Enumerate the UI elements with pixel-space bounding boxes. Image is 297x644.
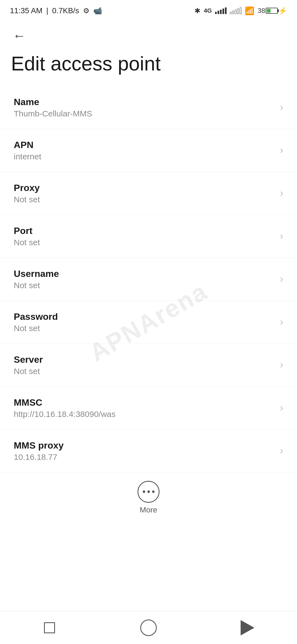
settings-item-value-7: http://10.16.18.4:38090/was xyxy=(14,410,274,419)
battery-percent: 38 xyxy=(258,7,265,15)
header: ← Edit access point xyxy=(0,19,297,86)
settings-item-content-4: Username Not set xyxy=(14,268,274,290)
settings-item-value-2: Not set xyxy=(14,195,274,204)
settings-item-value-4: Not set xyxy=(14,281,274,290)
network-speed: 0.7KB/s xyxy=(52,6,79,15)
settings-item-content-7: MMSC http://10.16.18.4:38090/was xyxy=(14,397,274,419)
chevron-icon-8: › xyxy=(280,445,283,457)
home-icon xyxy=(140,620,157,636)
chevron-icon-5: › xyxy=(280,316,283,328)
settings-item-name[interactable]: Name Thumb-Cellular-MMS › xyxy=(0,86,297,129)
settings-item-label-3: Port xyxy=(14,225,274,236)
nav-home[interactable] xyxy=(135,611,162,644)
back-button[interactable]: ← xyxy=(11,28,28,44)
settings-item-label-7: MMSC xyxy=(14,397,274,408)
settings-item-content-3: Port Not set xyxy=(14,225,274,247)
more-dot-2 xyxy=(147,490,150,493)
settings-item-value-3: Not set xyxy=(14,238,274,247)
settings-item-label-2: Proxy xyxy=(14,182,274,193)
settings-item-label-0: Name xyxy=(14,97,274,107)
settings-item-label-4: Username xyxy=(14,268,274,279)
settings-item-port[interactable]: Port Not set › xyxy=(0,215,297,258)
settings-item-label-8: MMS proxy xyxy=(14,440,274,451)
nav-bar xyxy=(0,611,297,644)
camera-icon: 📹 xyxy=(93,7,102,15)
chevron-icon-4: › xyxy=(280,273,283,285)
chevron-icon-3: › xyxy=(280,230,283,242)
page-title: Edit access point xyxy=(11,52,286,75)
settings-item-mmsc[interactable]: MMSC http://10.16.18.4:38090/was › xyxy=(0,387,297,430)
settings-item-password[interactable]: Password Not set › xyxy=(0,301,297,344)
settings-item-content-2: Proxy Not set xyxy=(14,182,274,204)
settings-item-content-8: MMS proxy 10.16.18.77 xyxy=(14,440,274,462)
more-dot-1 xyxy=(143,490,145,493)
settings-icon: ⚙ xyxy=(83,7,89,15)
settings-item-value-8: 10.16.18.77 xyxy=(14,452,274,462)
chevron-icon-6: › xyxy=(280,359,283,371)
nav-recent-apps[interactable] xyxy=(36,611,63,644)
divider: | xyxy=(46,6,48,15)
bottom-actions: More xyxy=(0,473,297,520)
settings-item-proxy[interactable]: Proxy Not set › xyxy=(0,172,297,215)
chevron-icon-7: › xyxy=(280,402,283,414)
chevron-icon-0: › xyxy=(280,102,283,113)
settings-list: Name Thumb-Cellular-MMS › APN internet ›… xyxy=(0,86,297,473)
settings-item-label-1: APN xyxy=(14,140,274,150)
settings-item-label-5: Password xyxy=(14,311,274,322)
chevron-icon-1: › xyxy=(280,144,283,156)
signal-bars-1 xyxy=(215,7,227,14)
4g-icon: 4G xyxy=(204,7,212,14)
charging-icon: ⚡ xyxy=(278,7,287,15)
settings-item-content-6: Server Not set xyxy=(14,354,274,376)
settings-item-content-5: Password Not set xyxy=(14,311,274,333)
recent-apps-icon xyxy=(44,622,55,633)
status-bar: 11:35 AM | 0.7KB/s ⚙ 📹 ✱ 4G 📶 38 ⚡ xyxy=(0,0,297,19)
settings-item-server[interactable]: Server Not set › xyxy=(0,344,297,387)
settings-item-value-0: Thumb-Cellular-MMS xyxy=(14,109,274,118)
settings-item-username[interactable]: Username Not set › xyxy=(0,258,297,301)
bluetooth-icon: ✱ xyxy=(194,7,200,15)
settings-item-content-0: Name Thumb-Cellular-MMS xyxy=(14,97,274,118)
wifi-icon: 📶 xyxy=(245,6,254,15)
status-bar-right: ✱ 4G 📶 38 ⚡ xyxy=(194,6,287,15)
back-icon xyxy=(241,620,254,635)
nav-back[interactable] xyxy=(234,611,261,644)
time-display: 11:35 AM xyxy=(10,6,42,15)
more-button[interactable]: More xyxy=(138,481,160,514)
status-bar-left: 11:35 AM | 0.7KB/s ⚙ 📹 xyxy=(10,6,102,15)
settings-item-label-6: Server xyxy=(14,354,274,365)
settings-item-mms-proxy[interactable]: MMS proxy 10.16.18.77 › xyxy=(0,430,297,473)
settings-item-apn[interactable]: APN internet › xyxy=(0,129,297,172)
settings-item-value-5: Not set xyxy=(14,324,274,333)
chevron-icon-2: › xyxy=(280,187,283,199)
settings-item-value-6: Not set xyxy=(14,367,274,376)
more-label: More xyxy=(140,506,157,514)
more-circle-icon xyxy=(138,481,160,503)
settings-item-value-1: internet xyxy=(14,152,274,161)
signal-bars-2 xyxy=(230,7,241,14)
settings-item-content-1: APN internet xyxy=(14,140,274,161)
battery-indicator: 38 ⚡ xyxy=(258,7,287,15)
more-dot-3 xyxy=(152,490,155,493)
